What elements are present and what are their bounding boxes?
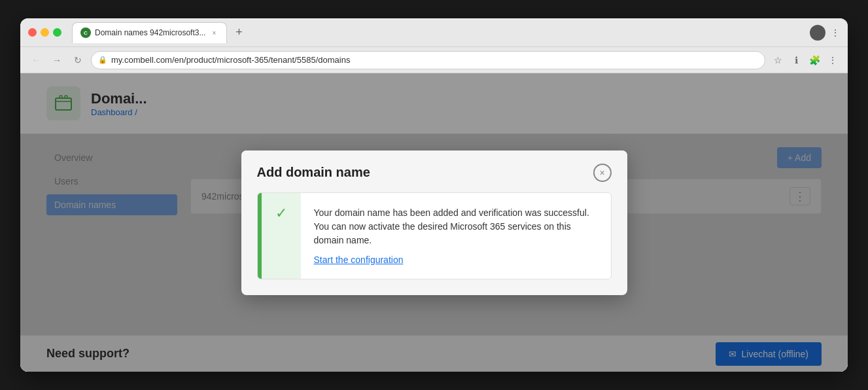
url-text: my.combell.com/en/product/microsoft-365/… xyxy=(111,55,350,65)
tab-title: Domain names 942microsoft3... xyxy=(95,28,205,37)
success-icon-wrap: ✓ xyxy=(262,193,301,279)
check-icon: ✓ xyxy=(275,206,287,221)
traffic-lights xyxy=(28,28,61,37)
success-banner: ✓ Your domain name has been added and ve… xyxy=(257,192,612,279)
page-content: Domai... Dashboard / Overview Users Doma… xyxy=(20,73,848,372)
tab-close-button[interactable]: × xyxy=(209,28,218,37)
maximize-window-button[interactable] xyxy=(53,28,61,37)
modal-header: Add domain name × xyxy=(241,151,627,192)
tab-favicon: C xyxy=(80,27,91,38)
address-bar: ← → ↻ 🔒 my.combell.com/en/product/micros… xyxy=(20,47,848,73)
bookmark-icon[interactable]: ☆ xyxy=(771,53,785,67)
reload-icon: ↻ xyxy=(74,55,82,65)
back-icon: ← xyxy=(31,55,41,65)
profile-icon[interactable] xyxy=(810,25,825,41)
forward-icon: → xyxy=(52,55,61,65)
modal-overlay: Add domain name × ✓ Your domain name has… xyxy=(20,73,848,372)
info-icon[interactable]: ℹ xyxy=(789,53,803,67)
modal-close-button[interactable]: × xyxy=(593,164,612,182)
minimize-window-button[interactable] xyxy=(41,28,49,37)
tab-bar: C Domain names 942microsoft3... × + xyxy=(72,22,805,43)
back-button[interactable]: ← xyxy=(28,52,44,68)
modal-body: ✓ Your domain name has been added and ve… xyxy=(241,192,627,295)
close-window-button[interactable] xyxy=(28,28,37,37)
lock-icon: 🔒 xyxy=(98,56,107,64)
start-configuration-link[interactable]: Start the configuration xyxy=(314,255,404,265)
toolbar-icons: ☆ ℹ 🧩 ⋮ xyxy=(771,53,840,67)
reload-button[interactable]: ↻ xyxy=(70,52,86,68)
success-text-area: Your domain name has been added and veri… xyxy=(301,193,611,279)
extension-icon[interactable]: 🧩 xyxy=(807,53,822,67)
new-tab-button[interactable]: + xyxy=(230,24,248,42)
modal-title: Add domain name xyxy=(257,165,370,180)
close-icon: × xyxy=(599,168,604,178)
browser-menu-button[interactable]: ⋮ xyxy=(831,27,840,38)
url-bar[interactable]: 🔒 my.combell.com/en/product/microsoft-36… xyxy=(91,51,765,69)
active-tab[interactable]: C Domain names 942microsoft3... × xyxy=(72,22,227,43)
extensions-menu-icon[interactable]: ⋮ xyxy=(825,53,840,67)
title-bar: C Domain names 942microsoft3... × + ⋮ xyxy=(20,18,848,47)
success-message: Your domain name has been added and veri… xyxy=(314,206,598,247)
forward-button[interactable]: → xyxy=(49,52,65,68)
window-controls: ⋮ xyxy=(810,25,840,41)
browser-window: C Domain names 942microsoft3... × + ⋮ ← … xyxy=(20,18,848,372)
add-domain-modal: Add domain name × ✓ Your domain name has… xyxy=(241,151,627,295)
